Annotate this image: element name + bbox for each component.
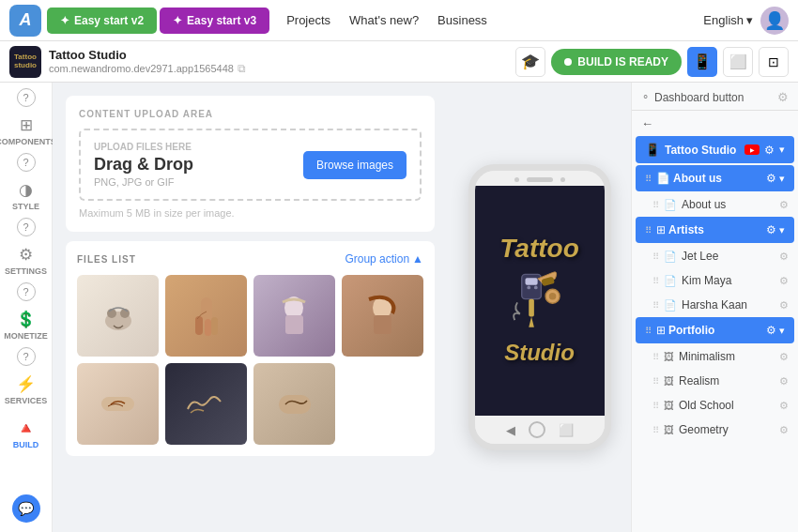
svg-rect-5 — [205, 319, 211, 336]
grid-icon-portfolio: ⊞ — [656, 324, 666, 337]
chat-bubble-button[interactable]: 💬 — [12, 494, 40, 523]
dashboard-gear-button[interactable]: ⚙ — [777, 90, 789, 104]
about-us-page-name: About us — [682, 198, 775, 211]
jet-lee-name: Jet Lee — [682, 250, 775, 263]
portfolio-section-header[interactable]: ⠿ ⊞ Portfolio ⚙ ▾ — [636, 317, 794, 343]
chevron-down-icon: ▾ — [746, 13, 753, 27]
easy-start-v2-button[interactable]: ✦ Easy start v2 — [47, 8, 157, 34]
sidebar-item-style[interactable]: ◑ STYLE — [5, 175, 48, 216]
sidebar-item-services[interactable]: ⚡ SERVICES — [5, 370, 48, 410]
phone-back-icon: ◀ — [506, 423, 515, 437]
language-selector[interactable]: English ▾ — [703, 13, 753, 27]
old-school-gear-button[interactable]: ⚙ — [779, 400, 789, 412]
drag-handle-minimalism: ⠿ — [652, 352, 659, 362]
projects-nav-link[interactable]: Projects — [277, 8, 340, 33]
sidebar-help-services[interactable]: ? — [17, 347, 36, 366]
svg-rect-14 — [526, 278, 538, 285]
old-school-item[interactable]: ⠿ 🖼 Old School ⚙ — [632, 393, 798, 418]
about-us-page-item[interactable]: ⠿ 📄 About us ⚙ — [632, 192, 798, 217]
about-us-section-header[interactable]: ⠿ 📄 About us ⚙ ▾ — [636, 165, 794, 191]
build-is-ready-button[interactable]: BUILD IS READY — [551, 49, 682, 75]
mobile-view-button[interactable]: 📱 — [687, 47, 717, 77]
page-icon-about-page: 📄 — [664, 199, 677, 211]
minimalism-gear-button[interactable]: ⚙ — [779, 351, 789, 363]
image-grid — [77, 275, 423, 445]
portfolio-gear-button[interactable]: ⚙ — [766, 324, 776, 337]
sidebar-help-monetize[interactable]: ? — [17, 282, 36, 301]
avatar[interactable]: 👤 — [760, 7, 789, 35]
app-title: Tattoo Studio — [49, 48, 246, 62]
about-us-gear-button[interactable]: ⚙ — [766, 172, 776, 185]
sidebar-item-settings[interactable]: ⚙ SETTINGS — [5, 240, 48, 281]
harsha-kaan-item[interactable]: ⠿ 📄 Harsha Kaan ⚙ — [632, 293, 798, 317]
sidebar-help-components[interactable]: ? — [17, 88, 36, 107]
sidebar-item-build[interactable]: 🔺 BUILD — [5, 414, 48, 454]
minimalism-name: Minimalism — [679, 350, 775, 363]
svg-point-15 — [527, 286, 530, 290]
portfolio-section-name: Portfolio — [668, 324, 763, 337]
geometry-gear-button[interactable]: ⚙ — [779, 424, 789, 436]
svg-rect-6 — [211, 317, 218, 335]
image-thumb-3[interactable] — [253, 275, 335, 357]
chevron-down-portfolio-icon: ▾ — [779, 325, 785, 337]
image-thumb-1[interactable] — [77, 275, 159, 357]
harsha-kaan-gear-button[interactable]: ⚙ — [779, 299, 789, 312]
sidebar-label-services: SERVICES — [5, 396, 47, 405]
sidebar-label-build: BUILD — [13, 440, 39, 449]
sidebar-help-style[interactable]: ? — [17, 153, 36, 172]
image-thumb-5[interactable] — [77, 363, 159, 445]
artists-section-header[interactable]: ⠿ ⊞ Artists ⚙ ▾ — [636, 217, 794, 243]
kim-maya-gear-button[interactable]: ⚙ — [779, 275, 789, 287]
image-thumb-4[interactable] — [342, 275, 423, 357]
preview-button[interactable]: ⊡ — [759, 47, 789, 77]
copy-icon[interactable]: ⧉ — [238, 62, 246, 75]
about-us-page-gear-button[interactable]: ⚙ — [779, 199, 789, 211]
sidebar-label-style: STYLE — [12, 202, 39, 211]
jet-lee-item[interactable]: ⠿ 📄 Jet Lee ⚙ — [632, 244, 798, 268]
page-icon-kim-maya: 📄 — [664, 275, 677, 287]
chevron-down-about-icon: ▾ — [779, 173, 785, 185]
app-url: com.newandromo.dev2971.app1565448 — [49, 63, 234, 74]
image-thumb-7[interactable] — [253, 363, 335, 445]
site-row[interactable]: 📱 Tattoo Studio ▶ ⚙ ▾ — [636, 136, 794, 163]
browse-images-button[interactable]: Browse images — [303, 151, 407, 179]
services-icon: ⚡ — [16, 374, 36, 394]
drag-handle-artists: ⠿ — [645, 225, 652, 236]
easy-start-v3-button[interactable]: ✦ Easy start v3 — [160, 8, 269, 34]
phone-screen: Tattoo Studio — [475, 186, 605, 416]
drag-drop-zone[interactable]: UPLOAD FILES HERE Drag & Drop PNG, JPG o… — [79, 129, 422, 201]
sidebar-item-components[interactable]: ⊞ COMPONENTS — [5, 111, 48, 151]
artists-section-name: Artists — [668, 223, 763, 236]
jet-lee-gear-button[interactable]: ⚙ — [779, 251, 789, 263]
drag-drop-info: UPLOAD FILES HERE Drag & Drop PNG, JPG o… — [94, 142, 193, 188]
realism-item[interactable]: ⠿ 🖼 Realism ⚙ — [632, 369, 798, 393]
sidebar-help-settings[interactable]: ? — [17, 218, 36, 236]
desktop-view-button[interactable]: ⬜ — [723, 47, 753, 77]
business-nav-link[interactable]: Business — [428, 8, 497, 33]
sidebar-label-settings: SETTINGS — [5, 266, 47, 276]
graduate-icon: 🎓 — [515, 47, 545, 77]
back-arrow-row[interactable]: ← — [632, 111, 798, 136]
drag-handle-portfolio: ⠿ — [645, 326, 652, 336]
sidebar-item-monetize[interactable]: 💲 MONETIZE — [5, 305, 48, 345]
minimalism-item[interactable]: ⠿ 🖼 Minimalism ⚙ — [632, 344, 798, 369]
mobile-icon-site: 📱 — [645, 143, 660, 157]
chevron-up-icon: ▲ — [412, 252, 423, 266]
settings-icon: ⚙ — [19, 245, 33, 265]
geometry-item[interactable]: ⠿ 🖼 Geometry ⚙ — [632, 418, 798, 442]
realism-gear-button[interactable]: ⚙ — [779, 375, 789, 388]
site-name-label: Tattoo Studio — [665, 144, 740, 157]
site-gear-button[interactable]: ⚙ — [764, 144, 775, 157]
whats-new-nav-link[interactable]: What's new? — [340, 8, 428, 33]
dashboard-button-row: ⚬ Dashboard button ⚙ — [632, 83, 798, 110]
svg-rect-10 — [374, 315, 391, 334]
artists-gear-button[interactable]: ⚙ — [766, 223, 776, 236]
image-thumb-6[interactable] — [165, 363, 247, 445]
svg-rect-17 — [529, 299, 534, 317]
back-arrow-icon: ← — [641, 116, 653, 130]
logo: A — [9, 5, 41, 37]
group-action-button[interactable]: Group action ▲ — [345, 252, 423, 266]
grid-icon-artists: ⊞ — [656, 223, 666, 236]
kim-maya-item[interactable]: ⠿ 📄 Kim Maya ⚙ — [632, 268, 798, 293]
image-thumb-2[interactable] — [165, 275, 247, 357]
